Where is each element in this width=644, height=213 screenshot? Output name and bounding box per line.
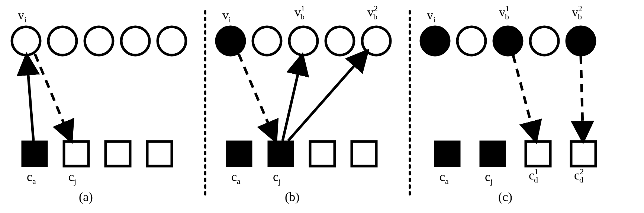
square-node	[352, 142, 376, 166]
square-node	[64, 142, 88, 166]
square-node	[480, 142, 505, 166]
arrow-solid	[27, 57, 33, 141]
panel-a	[12, 27, 186, 166]
label-vb2: v2b	[572, 5, 586, 19]
label-vb1: v1b	[294, 5, 309, 19]
circle-node	[121, 27, 149, 55]
label-cj: cj	[68, 170, 76, 184]
circle-node	[494, 27, 522, 55]
circle-node	[421, 27, 449, 55]
circle-node	[362, 27, 390, 55]
arrow-dashed	[35, 54, 71, 140]
square-node	[147, 142, 172, 166]
arrow-dashed	[239, 54, 275, 140]
circle-node	[85, 27, 113, 55]
label-ca: ca	[439, 170, 449, 184]
square-node	[268, 142, 293, 166]
label-vi: vi	[222, 8, 231, 22]
diagram-svg	[0, 0, 644, 213]
caption-b: (b)	[285, 190, 300, 204]
square-node	[435, 142, 460, 166]
circle-node	[253, 27, 281, 55]
panel-b	[216, 27, 390, 166]
label-cj: cj	[273, 170, 281, 184]
circle-node	[289, 27, 318, 55]
square-node	[106, 142, 130, 166]
label-cd2: c2d	[574, 168, 588, 182]
arrow-dashed	[513, 55, 535, 140]
label-cd1: c1d	[529, 168, 542, 182]
label-ca: ca	[27, 170, 36, 184]
panel-c	[421, 27, 596, 166]
circle-node	[158, 27, 186, 55]
label-cj: cj	[485, 170, 493, 184]
label-vb1: v1b	[499, 5, 513, 19]
circle-node	[326, 27, 354, 55]
circle-node	[457, 27, 486, 55]
arrow-dashed	[581, 56, 583, 140]
square-node	[227, 142, 251, 166]
label-vi: vi	[427, 8, 435, 22]
label-vi: vi	[18, 8, 26, 22]
circle-node	[216, 27, 245, 55]
square-node	[571, 142, 596, 166]
square-node	[22, 142, 47, 166]
circle-node	[567, 27, 595, 55]
circle-node	[530, 27, 558, 55]
square-node	[526, 142, 550, 166]
label-ca: ca	[231, 170, 241, 184]
square-node	[310, 142, 335, 166]
caption-a: (a)	[79, 190, 93, 204]
label-vb2: v2b	[367, 5, 382, 19]
circle-node	[48, 27, 77, 55]
figure: vi ca cj (a) vi v1b v2b ca cj (b) vi v1b…	[0, 0, 644, 213]
caption-c: (c)	[498, 190, 512, 204]
circle-node	[12, 27, 40, 55]
